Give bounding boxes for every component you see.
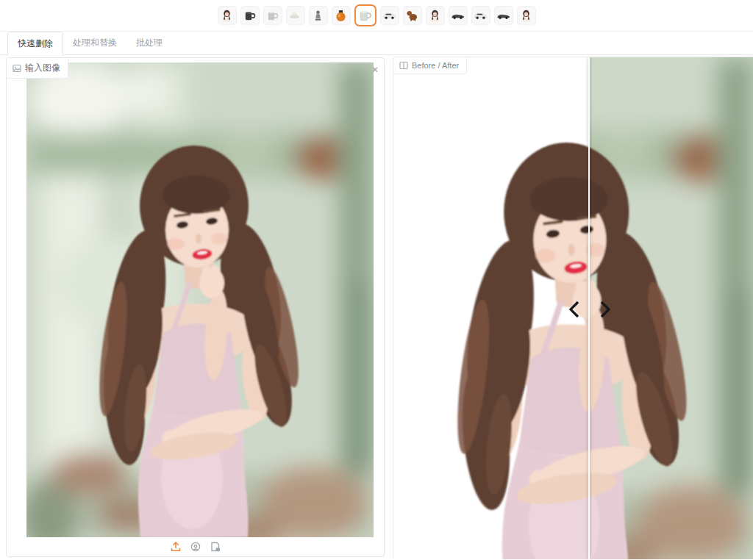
samples-bar <box>0 0 753 32</box>
input-photo-image <box>26 62 374 537</box>
compare-next-arrow[interactable] <box>598 300 613 319</box>
sample-mug-light[interactable] <box>354 4 376 26</box>
input-image-label-chip: 输入图像 <box>7 58 68 79</box>
pot-icon <box>333 8 349 24</box>
dog-icon <box>404 8 420 24</box>
sample-pot-orange[interactable] <box>332 6 351 25</box>
tab-batch-process[interactable]: 批处理 <box>126 32 172 54</box>
before-after-label: Before / After <box>412 61 459 70</box>
sample-woman-portrait-2[interactable] <box>426 6 445 25</box>
person-icon <box>219 8 235 24</box>
sample-car-dark-1[interactable] <box>449 6 468 25</box>
mug-light-icon <box>357 7 374 24</box>
tab-quick-remove[interactable]: 快速删除 <box>7 32 63 55</box>
image-icon <box>13 64 21 73</box>
before-image-layer <box>589 57 753 559</box>
sample-suv-white-2[interactable] <box>471 6 490 25</box>
tab-process-replace[interactable]: 处理和替换 <box>63 32 126 54</box>
input-photo <box>26 62 374 537</box>
sample-woman-portrait-1[interactable] <box>218 6 237 25</box>
input-image-panel: 输入图像 ✕ <box>6 57 385 557</box>
car-icon <box>450 8 465 24</box>
sample-mug-gray[interactable] <box>263 6 282 25</box>
upload-icon[interactable] <box>169 540 182 553</box>
paste-file-icon[interactable] <box>209 540 222 553</box>
sample-car-dark-2[interactable] <box>494 6 513 25</box>
sample-woman-portrait-3[interactable] <box>517 6 536 25</box>
input-image-label: 输入图像 <box>25 62 60 74</box>
input-panel-toolbar <box>7 537 384 556</box>
main-content: 输入图像 ✕ <box>0 55 753 559</box>
mug-gray-icon <box>265 8 280 24</box>
compare-icon <box>399 61 408 70</box>
sample-suv-white-1[interactable] <box>380 6 399 25</box>
suv-icon <box>382 8 397 24</box>
person-icon <box>427 8 443 24</box>
hat-icon <box>288 8 303 24</box>
camera-icon[interactable] <box>189 540 202 553</box>
sample-mug-dark[interactable] <box>240 6 260 25</box>
figurine-icon <box>310 8 326 24</box>
compare-divider[interactable] <box>588 57 590 559</box>
sample-dog-brown[interactable] <box>403 6 422 25</box>
car-icon <box>496 8 511 24</box>
sample-figurine[interactable] <box>309 6 328 25</box>
result-panel: Before / After <box>393 57 753 559</box>
before-after-label-chip: Before / After <box>393 57 467 74</box>
person-icon <box>518 8 534 24</box>
close-icon[interactable]: ✕ <box>368 63 382 76</box>
compare-prev-arrow[interactable] <box>567 300 582 319</box>
sample-hat-white[interactable] <box>286 6 305 25</box>
before-after-compare <box>393 57 753 559</box>
suv-icon <box>473 8 488 24</box>
tab-bar: 快速删除 处理和替换 批处理 <box>0 32 753 55</box>
mug-dark-icon <box>242 8 257 24</box>
before-photo-image <box>589 57 753 559</box>
